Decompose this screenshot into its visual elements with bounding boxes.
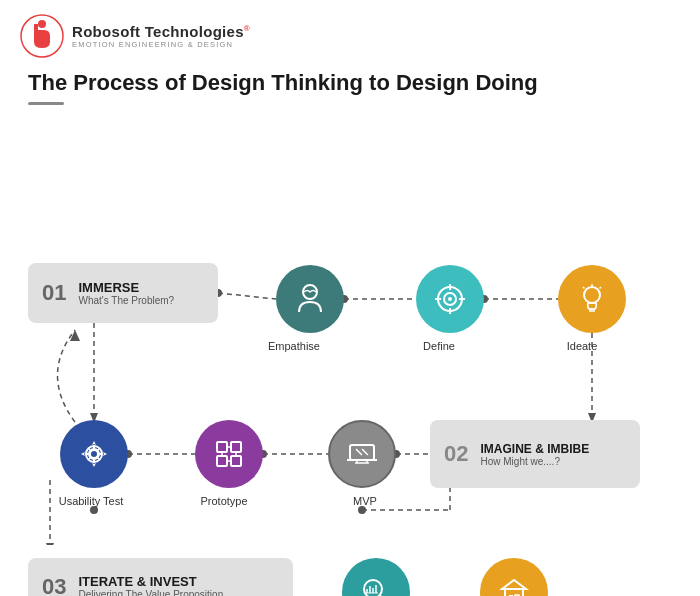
prototype-label: Prototype [184, 495, 264, 507]
step1-label: IMMERSE [78, 280, 174, 295]
step2-number: 02 [444, 441, 468, 467]
ideate-label: Ideate [542, 340, 622, 352]
empathise-label: Empathise [254, 340, 334, 352]
svg-point-62 [90, 450, 98, 458]
ideate-node [558, 265, 626, 333]
logo-name: Robosoft Technologies® [72, 23, 250, 40]
logo-registered: ® [244, 24, 250, 33]
svg-line-43 [600, 287, 602, 289]
prototype-icon [212, 437, 246, 471]
build-icon [497, 575, 531, 596]
step3-box: 03 ITERATE & INVEST Delivering The Value… [28, 558, 293, 596]
step1-box: 01 IMMERSE What's The Problem? [28, 263, 218, 323]
empathise-node [276, 265, 344, 333]
define-node [416, 265, 484, 333]
svg-rect-45 [350, 445, 374, 460]
prototype-node [195, 420, 263, 488]
mvp-label: MVP [335, 495, 395, 507]
svg-line-68 [98, 458, 100, 460]
define-label: Define [399, 340, 479, 352]
svg-line-44 [583, 287, 585, 289]
svg-point-30 [90, 506, 98, 514]
step2-label: IMAGINE & IMBIBE [480, 442, 589, 456]
svg-line-67 [89, 449, 91, 451]
svg-marker-26 [46, 543, 54, 545]
usability-icon [77, 437, 111, 471]
usability-node [60, 420, 128, 488]
svg-rect-54 [217, 456, 227, 466]
svg-point-34 [448, 297, 452, 301]
step2-box: 02 IMAGINE & IMBIBE How Might we....? [430, 420, 640, 488]
svg-point-39 [584, 287, 600, 303]
usability-label: Usability Test [46, 495, 136, 507]
svg-point-1 [38, 20, 46, 28]
mvp-node [328, 420, 396, 488]
logo-tagline: EMOTION ENGINEERING & DESIGN [72, 40, 250, 49]
svg-rect-52 [217, 442, 227, 452]
logo-text-block: Robosoft Technologies® EMOTION ENGINEERI… [72, 23, 250, 49]
svg-line-2 [218, 293, 276, 299]
svg-rect-55 [231, 456, 241, 466]
logo-name-text: Robosoft Technologies [72, 23, 244, 40]
svg-line-51 [362, 449, 368, 455]
step3-number: 03 [42, 574, 66, 596]
step3-label: ITERATE & INVEST [78, 574, 223, 589]
page-title: The Process of Design Thinking to Design… [0, 66, 700, 96]
mvp-icon [345, 437, 379, 471]
ideate-icon [575, 282, 609, 316]
svg-line-70 [89, 458, 91, 460]
empathise-icon [293, 282, 327, 316]
step2-text: IMAGINE & IMBIBE How Might we....? [480, 442, 589, 467]
svg-line-69 [98, 449, 100, 451]
step1-sub: What's The Problem? [78, 295, 174, 306]
diagram: 01 IMMERSE What's The Problem? Empathise… [0, 115, 700, 545]
step3-text: ITERATE & INVEST Delivering The Value Pr… [78, 574, 223, 596]
svg-marker-18 [70, 330, 80, 341]
define-icon [433, 282, 467, 316]
header: Robosoft Technologies® EMOTION ENGINEERI… [0, 0, 700, 66]
step2-sub: How Might we....? [480, 456, 589, 467]
analyse-node [342, 558, 410, 596]
svg-line-50 [356, 449, 362, 455]
title-underline [28, 102, 64, 105]
svg-rect-53 [231, 442, 241, 452]
svg-point-27 [358, 506, 366, 514]
analyse-icon [359, 575, 393, 596]
step1-number: 01 [42, 280, 66, 306]
step3-sub: Delivering The Value Proposition [78, 589, 223, 596]
step1-text: IMMERSE What's The Problem? [78, 280, 174, 306]
logo-icon [20, 14, 64, 58]
build-node [480, 558, 548, 596]
